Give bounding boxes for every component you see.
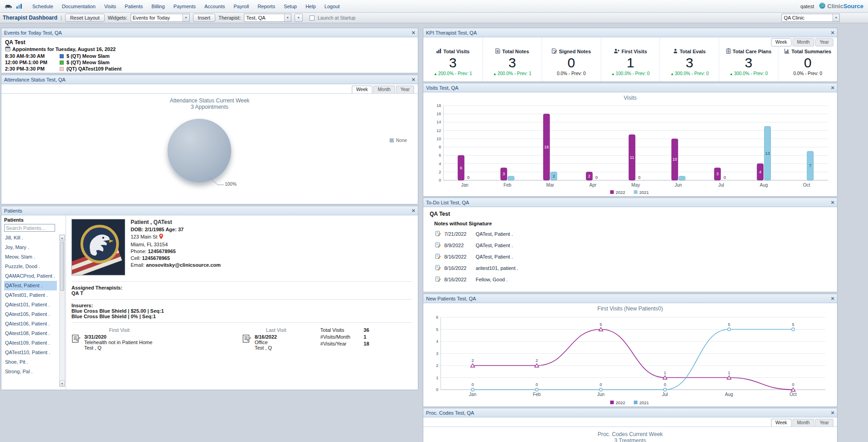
tab-year[interactable]: Year — [815, 419, 833, 427]
therapist-select[interactable]: Test, QA ▼ — [244, 14, 291, 22]
svg-text:Mar: Mar — [546, 183, 554, 188]
patient-detail: Patient , QATest DOB: 2/1/1985 Age: 37 1… — [66, 215, 418, 390]
patients-widget-header: Patients × — [1, 206, 418, 215]
car-icon[interactable] — [5, 4, 12, 9]
tab-week[interactable]: Week — [771, 419, 792, 427]
event-row[interactable]: 2:30 PM-3:30 PM(QT) QATest109 Patient — [5, 66, 414, 71]
proc-codes-chart-title: Proc. Codes Current Week — [423, 431, 837, 437]
clinicsource-app: ScheduleDocumentationVisitsPatientsBilli… — [0, 0, 868, 442]
tab-week[interactable]: Week — [771, 38, 792, 46]
patient-list-item[interactable]: Meow, Slam . — [4, 252, 57, 262]
proc-codes-widget-title: Proc. Codes Test, QA — [426, 410, 831, 416]
close-icon[interactable]: × — [831, 410, 834, 416]
patient-list-item[interactable]: QAMACProd, Patient . — [4, 271, 57, 281]
reset-layout-button[interactable]: Reset Layout — [65, 14, 105, 22]
edit-note-icon[interactable] — [435, 276, 441, 283]
patient-list-item[interactable]: QAtest108, Patient . — [4, 329, 57, 338]
patient-list-item[interactable]: Jill, Kill . — [4, 233, 57, 243]
todo-item[interactable]: 8/9/2022QATest, Patient . — [435, 239, 831, 251]
close-icon[interactable]: × — [831, 295, 834, 301]
scroll-down-button[interactable]: ▼ — [60, 381, 65, 386]
attendance-pie-chart — [168, 119, 231, 183]
nav-item-accounts[interactable]: Accounts — [204, 4, 225, 9]
svg-text:2022: 2022 — [616, 400, 625, 405]
insert-button[interactable]: Insert — [193, 14, 216, 22]
kpi-total-care-plans: Total Care Plans3▲300.0% - Prev: 0 — [719, 37, 778, 81]
nav-chart-icon[interactable] — [16, 4, 22, 9]
patient-list-item[interactable]: QAtest101, Patient . — [4, 300, 57, 310]
nav-item-logout[interactable]: Logout — [325, 4, 340, 9]
new-patients-widget: New Patients Test, QA × First Visits (Ne… — [423, 294, 838, 407]
patient-list-item[interactable]: Shoe, Pit . — [4, 357, 57, 367]
todo-item[interactable]: 7/21/2022QATest, Patient . — [435, 228, 831, 239]
tab-year[interactable]: Year — [815, 38, 833, 46]
nav-item-billing[interactable]: Billing — [152, 4, 165, 9]
close-icon[interactable]: × — [831, 199, 834, 205]
svg-text:2021: 2021 — [640, 400, 649, 405]
patient-list-item[interactable]: QAtest106, Patient . — [4, 319, 57, 329]
chevron-down-icon[interactable]: ▼ — [832, 14, 839, 21]
widgets-select[interactable]: Events for Today ▼ — [131, 14, 190, 22]
edit-note-icon[interactable] — [435, 253, 441, 260]
svg-text:May: May — [631, 183, 640, 188]
patient-search-input[interactable] — [4, 224, 55, 232]
patient-list-item[interactable]: Joy, Mary . — [4, 243, 57, 252]
chevron-down-icon[interactable]: ▼ — [284, 14, 291, 21]
patient-list-item[interactable]: Puzzzle, Dood . — [4, 262, 57, 271]
nav-item-documentation[interactable]: Documentation — [62, 4, 96, 9]
signed-notes-icon — [552, 48, 557, 55]
edit-note-icon[interactable] — [435, 242, 441, 249]
svg-text:3: 3 — [503, 172, 505, 176]
pie-slice-label: 100% — [225, 182, 237, 187]
nav-item-setup[interactable]: Setup — [284, 4, 297, 9]
close-icon[interactable]: × — [411, 76, 415, 82]
tab-month[interactable]: Month — [373, 86, 395, 93]
scroll-track[interactable] — [60, 241, 65, 381]
clinic-select[interactable]: QA Clinic ▼ — [782, 14, 840, 22]
kpi-total-notes: Total Notes3▲200.0% - Prev: 1 — [482, 37, 542, 81]
events-list: 8:30 AM-9:30 AM$ (QT) Meow Slam12:00 PM-… — [5, 53, 414, 71]
nav-item-payroll[interactable]: Payroll — [233, 4, 249, 9]
event-time: 8:30 AM-9:30 AM — [5, 53, 60, 59]
nav-item-reports[interactable]: Reports — [258, 4, 275, 9]
close-icon[interactable]: × — [831, 30, 834, 36]
todo-item[interactable]: 8/16/2022aritest101, patient . — [435, 262, 831, 274]
tab-month[interactable]: Month — [792, 419, 814, 427]
nav-item-schedule[interactable]: Schedule — [32, 4, 53, 9]
svg-text:2021: 2021 — [640, 190, 649, 195]
nav-item-visits[interactable]: Visits — [104, 4, 116, 9]
event-row[interactable]: 12:00 PM-1:00 PM$ (QT) Meow Slam — [5, 60, 414, 65]
edit-note-icon[interactable] — [435, 230, 441, 237]
launch-at-startup-checkbox[interactable] — [310, 15, 315, 20]
kpi-signed-notes: Signed Notes00.0% - Prev: 0 — [542, 37, 601, 81]
patient-list-item[interactable]: QATest110, Patient . — [4, 348, 57, 357]
patient-list-item[interactable]: QATest01, Patient . — [4, 290, 57, 300]
chevron-down-icon[interactable]: ▼ — [183, 14, 189, 21]
patients-widget-title: Patients — [4, 208, 411, 213]
edit-note-icon[interactable] — [435, 264, 441, 271]
events-widget-title: Events for Today Test, QA — [4, 30, 411, 36]
tab-month[interactable]: Month — [792, 38, 814, 46]
tab-year[interactable]: Year — [396, 86, 414, 93]
nav-item-patients[interactable]: Patients — [125, 4, 143, 9]
close-icon[interactable]: × — [411, 208, 415, 213]
tab-week[interactable]: Week — [352, 86, 372, 93]
first-visit-column: First Visit 3/31/2020 Telehealth not in … — [71, 327, 242, 351]
scroll-thumb[interactable] — [60, 242, 64, 291]
todo-item[interactable]: 8/16/2022QATest, Patient . — [435, 251, 831, 262]
close-icon[interactable]: × — [411, 30, 415, 36]
close-icon[interactable]: × — [831, 85, 834, 91]
patient-list-item[interactable]: Strong, Pal . — [4, 367, 57, 376]
svg-text:6: 6 — [439, 153, 441, 157]
therapist-dropdown-button[interactable]: ▼ — [294, 14, 303, 22]
insurers-label: Insurers: — [71, 303, 412, 308]
todo-item[interactable]: 8/16/2022Fellow, Good . — [435, 274, 831, 285]
scroll-up-button[interactable]: ▲ — [60, 235, 65, 241]
kpi-widget-header: KPI Therapist Test, QA × — [423, 28, 837, 37]
patient-list-item[interactable]: QATest, Patient . — [4, 281, 57, 290]
event-row[interactable]: 8:30 AM-9:30 AM$ (QT) Meow Slam — [5, 53, 414, 59]
patient-list-item[interactable]: QAtest105, Patient . — [4, 310, 57, 319]
nav-item-help[interactable]: Help — [305, 4, 316, 9]
patient-list-item[interactable]: QAtest109, Patient . — [4, 338, 57, 348]
nav-item-payments[interactable]: Payments — [173, 4, 196, 9]
